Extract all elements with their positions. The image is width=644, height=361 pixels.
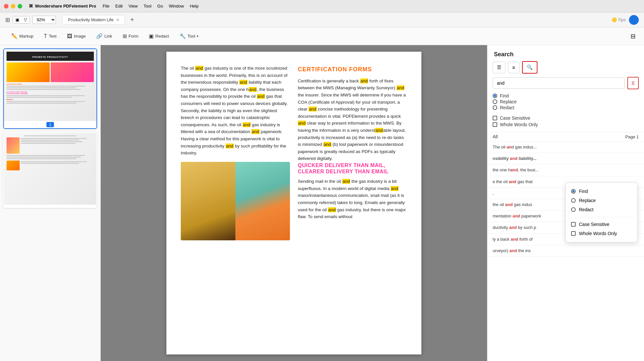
thumbnail-image-1: PROMOTE PRODUCTIVITY CERTIFICATION FORMS… (4, 49, 96, 121)
dropdown-replace-radio[interactable] (571, 198, 576, 203)
toolbar: ✏️ Markup T Text 🖼 Image 🔗 Link ⊞ Form ▣… (0, 27, 644, 45)
case-sensitive-label: Case Sensitive (500, 115, 530, 121)
search-filter-button[interactable]: ⧖ (627, 77, 639, 89)
result-item[interactable]: urveyor) and the ins (487, 245, 644, 257)
result-item[interactable]: the one hand, the busi... (487, 164, 644, 176)
dropdown-whole-words-checkbox[interactable] (571, 231, 576, 236)
pdf-viewer[interactable]: The oil and gas industry is one of the m… (101, 45, 487, 361)
minimize-button[interactable] (11, 4, 15, 9)
filter-icon: ⧖ (631, 80, 635, 86)
results-page: Page 1 (625, 134, 639, 139)
view-toggle: ▣ ▽ (13, 16, 30, 24)
document-tab[interactable]: Productivity Modern Life ✕ (62, 15, 125, 25)
left-sidebar: PROMOTE PRODUCTIVITY CERTIFICATION FORMS… (0, 45, 101, 361)
form-button[interactable]: ⊞ Form (118, 31, 143, 41)
zoom-select[interactable]: 92% 100% 75% 50% (32, 16, 56, 24)
page-view-btn[interactable]: ▽ (22, 16, 29, 23)
search-comment-tab[interactable]: ☰ (493, 61, 505, 73)
tips-button[interactable]: 🟡 Tips (612, 17, 626, 22)
grid-view-icon[interactable]: ⊞ (5, 16, 10, 24)
menubar: ⌘ Wondershare PDFelement Pro File Edit V… (0, 0, 644, 12)
add-tab-button[interactable]: + (128, 16, 136, 24)
menu-help[interactable]: Help (190, 4, 199, 9)
dropdown-find-option[interactable]: Find (570, 187, 633, 196)
search-panel-title: Search (487, 45, 644, 61)
result-item[interactable]: nsibility and liability... (487, 153, 644, 164)
find-options: Find Replace Redact (487, 92, 644, 114)
maximize-button[interactable] (18, 4, 22, 9)
cert-text: Certification is generally a back and fo… (298, 77, 407, 162)
find-option-replace: Replace (493, 99, 639, 104)
markup-button[interactable]: ✏️ Markup (7, 31, 38, 41)
page-thumbnail-1[interactable]: PROMOTE PRODUCTIVITY CERTIFICATION FORMS… (3, 48, 97, 129)
search-results-list: The oil and gas indus... nsibility and l… (487, 142, 644, 361)
link-button[interactable]: 🔗 Link (92, 31, 117, 41)
panel-toggle-icon[interactable]: ⊟ (629, 31, 637, 42)
menu-window[interactable]: Window (169, 4, 184, 9)
pdf-image-block (181, 162, 290, 240)
dropdown-redact-radio[interactable] (571, 207, 576, 212)
menu-tool[interactable]: Tool (144, 4, 151, 9)
highlight-and-7: and (360, 78, 368, 83)
apple-icon: ⌘ (29, 4, 33, 9)
highlight-and-10: and (298, 121, 306, 126)
close-button[interactable] (4, 4, 8, 9)
tab-title: Productivity Modern Life (68, 17, 113, 22)
search-find-tab[interactable]: 🔍 (522, 61, 537, 74)
replace-radio[interactable] (493, 99, 497, 104)
quicker-title: QUICKER DELIVERY THAN MAIL,CLEARER DELIV… (298, 162, 407, 175)
dropdown-case-checkbox[interactable] (571, 222, 576, 227)
menu-edit[interactable]: Edit (115, 4, 123, 9)
menu-items: File Edit View Tool Go Window Help (103, 4, 199, 9)
case-sensitive-checkbox[interactable] (493, 116, 497, 120)
markup-icon: ✏️ (11, 33, 18, 39)
dropdown-case-option[interactable]: Case Sensitive (570, 220, 633, 229)
dropdown-replace-label: Replace (579, 198, 596, 203)
text-icon: T (44, 33, 47, 39)
menu-go[interactable]: Go (157, 4, 163, 9)
highlight-and-9: and (309, 107, 317, 112)
dropdown-whole-words-option[interactable]: Whole Words Only (570, 229, 633, 238)
page-number-2 (4, 205, 96, 207)
whole-words-checkbox[interactable] (493, 122, 497, 127)
dropdown-redact-option[interactable]: Redact (570, 205, 633, 214)
dropdown-find-radio[interactable] (571, 189, 576, 194)
dropdown-replace-option[interactable]: Replace (570, 196, 633, 205)
highlight-and-2: and (239, 80, 247, 85)
highlight-and-4: and (243, 122, 251, 127)
sidebar-toggle-btn[interactable]: ▣ (13, 16, 22, 23)
highlight-and-inline: and (375, 128, 383, 133)
search-input[interactable] (493, 77, 625, 89)
search-list-tab[interactable]: ≡ (508, 62, 519, 73)
redact-icon: ▣ (149, 33, 154, 39)
find-option-find: Find (493, 93, 639, 98)
image-button[interactable]: 🖼 Image (62, 31, 90, 41)
page-thumbnail-2[interactable] (3, 132, 97, 208)
form-icon: ⊞ (123, 33, 127, 39)
thumbnail-image-2 (4, 133, 96, 205)
find-label: Find (500, 93, 509, 98)
results-all: All (493, 134, 625, 139)
menu-view[interactable]: View (128, 4, 138, 9)
find-radio[interactable] (493, 94, 497, 98)
pdf-left-text: The oil and gas industry is one of the m… (181, 65, 290, 157)
tabbar: ⊞ ▣ ▽ 92% 100% 75% 50% Productivity Mode… (0, 12, 644, 27)
result-item[interactable]: The oil and gas indus... (487, 142, 644, 153)
quicker-text: Sending mail in the oil and the gas indu… (298, 178, 407, 220)
tool-button[interactable]: 🔧 Tool ▾ (175, 31, 203, 41)
text-button[interactable]: T Text (39, 31, 61, 41)
replace-label: Replace (500, 99, 517, 104)
tab-controls: ⊞ ▣ ▽ 92% 100% 75% 50% (5, 16, 56, 24)
image-icon: 🖼 (67, 33, 72, 39)
app-title: ⌘ Wondershare PDFelement Pro (29, 4, 96, 9)
filter-separator (570, 217, 633, 217)
redact-label: Redact (500, 105, 514, 110)
avatar[interactable]: 👤 (629, 15, 639, 25)
tab-close-icon[interactable]: ✕ (116, 18, 119, 22)
highlight-hand: and (249, 87, 257, 92)
tab-right-controls: 🟡 Tips 👤 (612, 15, 639, 25)
menu-file[interactable]: File (103, 4, 110, 9)
redact-button[interactable]: ▣ Redact (144, 31, 173, 41)
redact-radio[interactable] (493, 105, 497, 110)
highlight-and-13: and (391, 186, 399, 191)
